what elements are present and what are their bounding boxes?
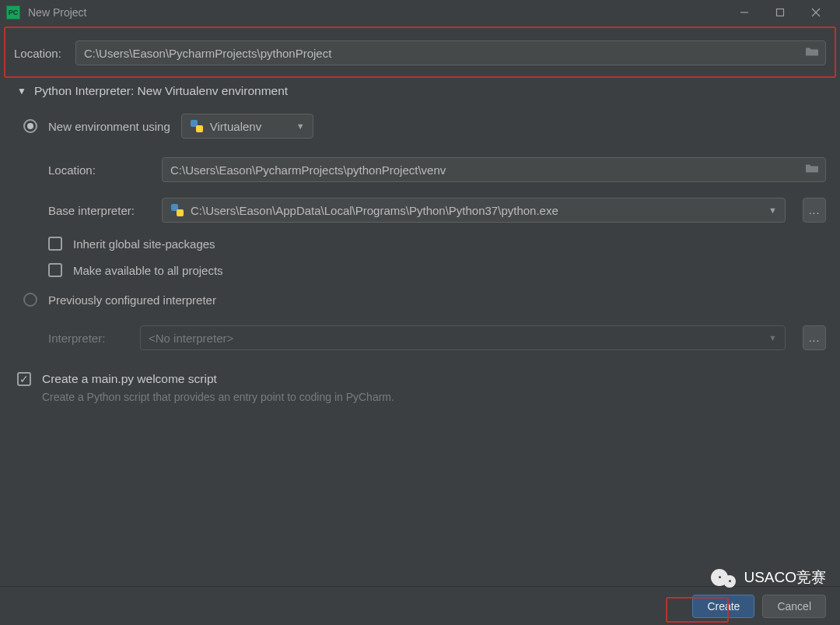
welcome-script-label: Create a main.py welcome script [42, 372, 394, 386]
env-location-label: Location: [48, 163, 151, 177]
titlebar: PC New Project [0, 0, 840, 25]
prev-config-label: Previously configured interpreter [48, 293, 216, 307]
close-button[interactable] [798, 0, 834, 25]
interpreter-select-label: Interpreter: [48, 332, 129, 345]
browse-prev-interpreter-button[interactable]: ... [803, 325, 826, 350]
interpreter-select-dropdown: <No interpreter> ▼ [140, 325, 786, 350]
base-interpreter-label: Base interpreter: [48, 204, 151, 217]
app-icon: PC [6, 5, 20, 19]
make-available-checkbox[interactable] [48, 263, 62, 277]
env-type-value: Virtualenv [210, 120, 288, 133]
watermark-text: USACO竞赛 [744, 567, 826, 588]
new-env-label: New environment using [48, 120, 170, 133]
make-available-row: Make available to all projects [0, 257, 840, 283]
base-interpreter-value: C:\Users\Eason\AppData\Local\Programs\Py… [191, 204, 760, 217]
project-location-row: Location: C:\Users\Eason\PycharmProjects… [0, 30, 840, 76]
chevron-down-icon: ▼ [768, 333, 777, 342]
new-env-radio-row: New environment using Virtualenv ▼ [0, 103, 840, 149]
maximize-button[interactable] [762, 0, 798, 25]
env-location-row: Location: C:\Users\Eason\PycharmProjects… [0, 149, 840, 190]
interpreter-select-row: Interpreter: <No interpreter> ▼ ... [0, 318, 840, 358]
minimize-button[interactable] [726, 0, 762, 25]
python-logo-icon [190, 119, 204, 133]
window-controls [726, 0, 834, 25]
chevron-down-icon: ▼ [296, 121, 305, 131]
inherit-packages-label: Inherit global site-packages [73, 237, 215, 251]
project-location-label: Location: [14, 47, 61, 60]
make-available-label: Make available to all projects [73, 264, 223, 277]
env-type-dropdown[interactable]: Virtualenv ▼ [181, 114, 313, 139]
interpreter-section-header[interactable]: ▼ Python Interpreter: New Virtualenv env… [0, 76, 840, 103]
project-location-value: C:\Users\Eason\PycharmProjects\pythonPro… [84, 47, 797, 60]
inherit-packages-row: Inherit global site-packages [0, 230, 840, 257]
base-interpreter-row: Base interpreter: C:\Users\Eason\AppData… [0, 190, 840, 230]
svg-rect-1 [777, 9, 784, 16]
prev-config-radio-row: Previously configured interpreter [0, 283, 840, 318]
welcome-script-row: Create a main.py welcome script Create a… [0, 358, 840, 406]
dialog-footer: Create Cancel [0, 586, 840, 625]
env-location-input[interactable]: C:\Users\Eason\PycharmProjects\pythonPro… [162, 157, 826, 182]
cancel-button[interactable]: Cancel [762, 595, 826, 618]
env-location-value: C:\Users\Eason\PycharmProjects\pythonPro… [170, 163, 797, 177]
create-button[interactable]: Create [692, 595, 754, 618]
prev-config-radio[interactable] [23, 293, 37, 307]
collapse-triangle-icon: ▼ [17, 86, 26, 97]
window-title: New Project [28, 6, 726, 19]
welcome-script-sublabel: Create a Python script that provides an … [42, 391, 394, 403]
folder-icon[interactable] [805, 47, 819, 60]
interpreter-section-title: Python Interpreter: New Virtualenv envir… [34, 84, 288, 98]
interpreter-select-value: <No interpreter> [149, 332, 760, 345]
project-location-input[interactable]: C:\Users\Eason\PycharmProjects\pythonPro… [75, 40, 826, 65]
base-interpreter-dropdown[interactable]: C:\Users\Eason\AppData\Local\Programs\Py… [162, 198, 786, 223]
browse-interpreter-button[interactable]: ... [803, 198, 826, 223]
inherit-packages-checkbox[interactable] [48, 237, 62, 251]
chevron-down-icon: ▼ [768, 205, 777, 215]
welcome-script-checkbox[interactable] [17, 372, 31, 386]
python-logo-icon [170, 203, 184, 217]
new-env-radio[interactable] [23, 119, 37, 133]
dialog-content: Location: C:\Users\Eason\PycharmProjects… [0, 30, 840, 406]
folder-icon[interactable] [805, 163, 819, 177]
